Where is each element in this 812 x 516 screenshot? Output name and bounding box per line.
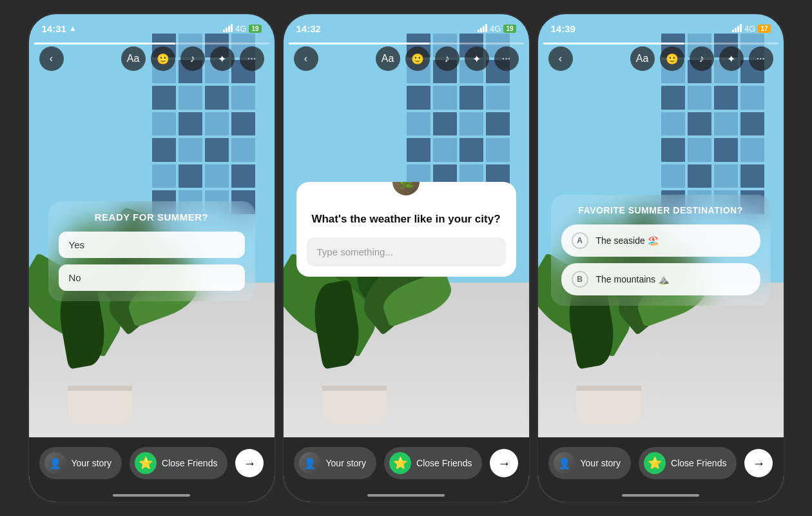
home-indicator-3 [622,494,699,497]
effects-tool-1[interactable]: ✦ [210,46,235,71]
send-button-1[interactable]: → [235,449,264,477]
home-indicator-2 [367,494,445,497]
status-icons-1: 4G 19 [223,24,261,34]
status-icons-3: 4G 17 [732,24,770,34]
time-2: 14:32 [296,23,321,34]
status-bar-3: 14:39 4G 17 [538,14,784,43]
battery-2: 19 [503,25,516,33]
your-story-label-1: Your story [72,458,112,468]
bottom-bar-1: 👤 Your story ⭐ Close Friends → [29,437,275,502]
phone-1: 14:31 ▲ 4G 19 ‹ Aa 🙂 ♪ ✦ [28,13,276,503]
status-bar-2: 14:32 4G 19 [284,14,529,43]
signal-1 [223,25,233,32]
close-friends-icon-3: ⭐ [644,452,666,474]
location-icon-1: ▲ [69,24,77,33]
qa-input-2[interactable]: Type something... [307,237,506,266]
status-icons-2: 4G 19 [478,24,516,34]
story-progress-1 [34,43,269,45]
back-button-2[interactable]: ‹ [294,46,318,71]
text-tool-3[interactable]: Aa [630,46,655,71]
poll-title-1: READY FOR SUMMER? [59,212,245,223]
quiz-option-b[interactable]: B The mountains ⛰️ [561,263,760,295]
poll-widget-1[interactable]: READY FOR SUMMER? Yes No [48,201,255,301]
poll-option-yes[interactable]: Yes [59,232,245,258]
status-bar-1: 14:31 ▲ 4G 19 [29,14,275,43]
signal-2 [478,25,487,32]
your-story-label-3: Your story [581,458,621,468]
quiz-option-a[interactable]: A The seaside 🏖️ [561,224,760,257]
music-tool-1[interactable]: ♪ [180,46,205,71]
close-friends-button-2[interactable]: ⭐ Close Friends [384,447,482,479]
toolbar-icons-2: Aa 🙂 ♪ ✦ ··· [376,46,519,71]
text-tool-1[interactable]: Aa [121,46,146,71]
toolbar-1: ‹ Aa 🙂 ♪ ✦ ··· [29,46,275,71]
toolbar-2: ‹ Aa 🙂 ♪ ✦ ··· [284,46,529,71]
your-story-button-1[interactable]: 👤 Your story [39,447,122,479]
your-story-button-3[interactable]: 👤 Your story [548,447,632,479]
toolbar-icons-3: Aa 🙂 ♪ ✦ ··· [630,46,773,71]
effects-tool-3[interactable]: ✦ [719,46,744,71]
your-story-avatar-2: 👤 [299,452,321,474]
close-friends-label-1: Close Friends [162,458,217,468]
more-tool-3[interactable]: ··· [749,46,773,71]
phone-2: 14:32 4G 19 ‹ Aa 🙂 ♪ ✦ ··· [282,13,530,503]
your-story-button-2[interactable]: 👤 Your story [294,447,377,479]
music-tool-2[interactable]: ♪ [435,46,459,71]
home-indicator-1 [113,494,190,497]
close-friends-icon-2: ⭐ [389,452,411,474]
phones-container: 14:31 ▲ 4G 19 ‹ Aa 🙂 ♪ ✦ [0,0,812,516]
send-button-2[interactable]: → [490,449,518,477]
emoji-tool-2[interactable]: 🙂 [405,46,430,71]
more-tool-1[interactable]: ··· [240,46,264,71]
battery-1: 19 [249,25,261,33]
poll-option-no[interactable]: No [59,264,245,291]
phone-3: 14:39 4G 17 ‹ Aa 🙂 ♪ ✦ ··· [537,13,785,503]
close-friends-icon-1: ⭐ [135,452,157,474]
quiz-letter-b: B [572,271,588,288]
toolbar-3: ‹ Aa 🙂 ♪ ✦ ··· [538,46,784,71]
toolbar-icons-1: Aa 🙂 ♪ ✦ ··· [121,46,264,71]
quiz-widget-3[interactable]: FAVORITE SUMMER DESTINATION? A The seasi… [551,195,771,306]
more-tool-2[interactable]: ··· [494,46,519,71]
music-tool-3[interactable]: ♪ [690,46,714,71]
quiz-option-a-text: The seaside 🏖️ [596,235,659,246]
your-story-avatar-3: 👤 [554,452,575,474]
network-1: 4G [235,24,246,34]
qa-question-2: What's the weather like in your city? [296,201,516,237]
text-tool-2[interactable]: Aa [376,46,400,71]
plant-pot-3 [577,386,641,424]
quiz-option-b-text: The mountains ⛰️ [596,274,670,284]
story-progress-2 [289,43,524,45]
your-story-label-2: Your story [326,458,367,468]
bottom-bar-3: 👤 Your story ⭐ Close Friends → [538,437,784,502]
send-button-3[interactable]: → [744,449,773,477]
quiz-letter-a: A [572,232,588,249]
back-button-3[interactable]: ‹ [548,46,573,71]
effects-tool-2[interactable]: ✦ [465,46,489,71]
qa-widget-2[interactable]: 🌿 What's the weather like in your city? … [296,182,516,277]
emoji-tool-1[interactable]: 🙂 [151,46,175,71]
emoji-tool-3[interactable]: 🙂 [660,46,684,71]
qa-avatar-2: 🌿 [391,182,421,197]
close-friends-label-2: Close Friends [416,458,472,468]
time-3: 14:39 [551,23,575,34]
back-button-1[interactable]: ‹ [39,46,64,71]
close-friends-label-3: Close Friends [671,458,726,468]
signal-3 [732,25,742,32]
bottom-bar-2: 👤 Your story ⭐ Close Friends → [284,437,529,502]
plant-pot-2 [322,386,387,424]
plant-pot [68,386,132,424]
story-progress-3 [543,43,778,45]
quiz-title-3: FAVORITE SUMMER DESTINATION? [561,205,760,215]
time-1: 14:31 ▲ [42,23,77,34]
your-story-avatar-1: 👤 [44,452,66,474]
network-3: 4G [744,24,755,34]
network-2: 4G [490,24,501,34]
close-friends-button-3[interactable]: ⭐ Close Friends [639,447,737,479]
close-friends-button-1[interactable]: ⭐ Close Friends [130,447,227,479]
battery-3: 17 [758,25,770,33]
